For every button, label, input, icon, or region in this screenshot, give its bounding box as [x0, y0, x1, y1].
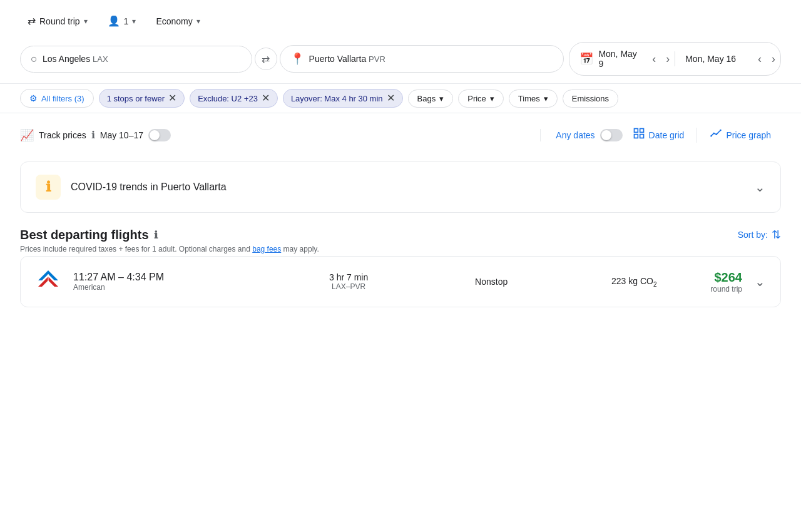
track-row: 📈 Track prices ℹ May 10–17 Any dates Dat…	[0, 113, 801, 156]
price-graph-button[interactable]: Price graph	[700, 122, 781, 148]
bags-filter-button[interactable]: Bags ▾	[408, 90, 454, 108]
flight-duration: 3 hr 7 min LAX–PVR	[282, 272, 415, 291]
date-grid-button[interactable]: Date grid	[623, 122, 695, 148]
stops-chip-label: 1 stops or fewer	[107, 94, 165, 103]
filters-row: ⚙ All filters (3) 1 stops or fewer ✕ Exc…	[0, 83, 801, 113]
trip-type-chevron: ▾	[84, 17, 88, 26]
exclude-chip-close[interactable]: ✕	[262, 93, 270, 103]
track-prices-label: Track prices	[39, 130, 86, 140]
layover-filter-chip[interactable]: Layover: Max 4 hr 30 min ✕	[283, 89, 403, 108]
covid-title: COVID-19 trends in Puerto Vallarta	[71, 182, 227, 193]
svg-rect-2	[634, 135, 638, 138]
destination-icon: 📍	[290, 52, 304, 66]
flight-price-section: $264 round trip	[710, 270, 742, 294]
flight-airline: American	[73, 283, 272, 292]
depart-prev-button[interactable]: ‹	[647, 50, 661, 68]
bag-fees-link[interactable]: bag fees	[252, 245, 281, 253]
exclude-filter-chip[interactable]: Exclude: U2 +23 ✕	[190, 89, 278, 108]
date-grid-icon	[633, 127, 645, 143]
class-label: Economy	[156, 16, 192, 26]
search-row: ○ Los Angeles LAX ⇄ 📍 Puerto Vallarta PV…	[0, 37, 801, 83]
right-tools: Date grid Price graph	[623, 122, 781, 148]
flight-card[interactable]: 11:27 AM – 4:34 PM American 3 hr 7 min L…	[20, 256, 781, 307]
best-flights-section: Best departing flights ℹ Prices include …	[0, 218, 801, 317]
svg-point-4	[711, 135, 713, 137]
return-date-text: Mon, May 16	[685, 54, 736, 64]
times-label: Times	[518, 94, 540, 103]
layover-chip-close[interactable]: ✕	[387, 93, 395, 103]
flight-times: 11:27 AM – 4:34 PM American	[73, 272, 272, 292]
filter-sliders-icon: ⚙	[29, 93, 38, 103]
covid-info-icon: ℹ	[46, 179, 51, 195]
person-icon: 👤	[108, 15, 120, 27]
any-dates-toggle[interactable]	[600, 129, 623, 141]
best-flights-info-icon[interactable]: ℹ	[154, 229, 158, 241]
stops-filter-chip[interactable]: 1 stops or fewer ✕	[99, 89, 185, 108]
times-chevron: ▾	[544, 94, 548, 103]
class-button[interactable]: Economy ▾	[148, 13, 207, 30]
flight-price: $264	[710, 270, 742, 285]
co2-subscript: 2	[653, 280, 657, 287]
best-flights-subtitle: Prices include required taxes + fees for…	[20, 245, 319, 253]
svg-point-5	[713, 133, 715, 135]
flight-stops: Nonstop	[425, 277, 558, 287]
exclude-chip-label: Exclude: U2 +23	[198, 94, 258, 103]
flight-price-sub: round trip	[710, 285, 742, 294]
flight-time-main: 11:27 AM – 4:34 PM	[73, 272, 272, 283]
swap-icon: ⇄	[28, 15, 36, 27]
any-dates-toggle-thumb	[601, 130, 611, 140]
swap-button[interactable]: ⇄	[255, 48, 277, 70]
return-date-field[interactable]: Mon, May 16	[675, 48, 753, 70]
flight-route: LAX–PVR	[282, 282, 415, 291]
top-bar: ⇄ Round trip ▾ 👤 1 ▾ Economy ▾	[0, 0, 801, 37]
trip-type-button[interactable]: ⇄ Round trip ▾	[20, 11, 95, 31]
layover-chip-label: Layover: Max 4 hr 30 min	[291, 94, 383, 103]
destination-input[interactable]: 📍 Puerto Vallarta PVR	[280, 45, 564, 73]
sort-label: Sort by:	[738, 230, 768, 240]
passengers-label: 1	[124, 16, 129, 26]
destination-text: Puerto Vallarta PVR	[309, 54, 385, 64]
price-chevron: ▾	[490, 94, 494, 103]
any-dates-section: Any dates	[540, 129, 622, 141]
co2-text: 223 kg CO2	[568, 276, 700, 288]
covid-left: ℹ COVID-19 trends in Puerto Vallarta	[36, 175, 227, 200]
track-info-icon[interactable]: ℹ	[91, 129, 95, 141]
trip-type-label: Round trip	[39, 16, 80, 26]
covid-card[interactable]: ℹ COVID-19 trends in Puerto Vallarta ⌄	[20, 161, 781, 213]
covid-expand-icon: ⌄	[755, 180, 765, 195]
tools-divider	[696, 128, 697, 143]
svg-point-7	[720, 130, 722, 131]
track-prices-icon: 📈	[20, 128, 34, 142]
swap-arrows-icon: ⇄	[262, 53, 270, 65]
passengers-button[interactable]: 👤 1 ▾	[100, 11, 144, 31]
any-dates-label: Any dates	[556, 130, 594, 140]
price-graph-icon	[710, 127, 722, 143]
depart-next-button[interactable]: ›	[661, 50, 675, 68]
best-flights-title-text: Best departing flights	[20, 228, 149, 242]
class-chevron: ▾	[196, 17, 200, 26]
emissions-label: Emissions	[572, 94, 609, 103]
return-next-button[interactable]: ›	[767, 50, 780, 68]
covid-icon-wrap: ℹ	[36, 175, 61, 200]
all-filters-button[interactable]: ⚙ All filters (3)	[20, 89, 94, 108]
flight-duration-main: 3 hr 7 min	[282, 272, 415, 282]
date-section: 📅 Mon, May 9 ‹ › Mon, May 16 ‹ ›	[569, 42, 781, 76]
sort-row: Sort by: ⇅	[738, 228, 781, 242]
origin-input[interactable]: ○ Los Angeles LAX	[20, 46, 252, 73]
bags-chevron: ▾	[439, 94, 444, 103]
best-flights-header: Best departing flights ℹ Prices include …	[20, 228, 319, 253]
track-prices-section: 📈 Track prices ℹ May 10–17	[20, 128, 530, 142]
american-airlines-logo-svg	[34, 268, 62, 295]
sort-icon[interactable]: ⇅	[772, 228, 781, 242]
depart-date-field[interactable]: 📅 Mon, May 9	[569, 43, 647, 75]
flight-co2: 223 kg CO2	[568, 276, 700, 288]
times-filter-button[interactable]: Times ▾	[509, 90, 558, 108]
svg-point-6	[716, 133, 718, 135]
emissions-filter-button[interactable]: Emissions	[563, 90, 618, 108]
flight-expand-button[interactable]: ⌄	[752, 272, 768, 292]
price-filter-button[interactable]: Price ▾	[458, 90, 504, 108]
stops-chip-close[interactable]: ✕	[168, 93, 176, 103]
svg-rect-1	[640, 129, 643, 133]
track-prices-toggle[interactable]	[148, 129, 171, 141]
return-prev-button[interactable]: ‹	[753, 50, 767, 68]
